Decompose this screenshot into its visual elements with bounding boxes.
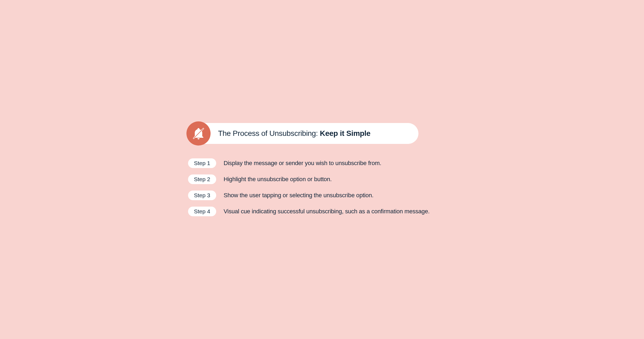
step-text: Highlight the unsubscribe option or butt… bbox=[224, 176, 332, 183]
step-badge: Step 2 bbox=[188, 174, 216, 184]
infographic-container: The Process of Unsubscribing: Keep it Si… bbox=[161, 102, 483, 238]
step-text: Display the message or sender you wish t… bbox=[224, 160, 381, 167]
step-badge: Step 1 bbox=[188, 158, 216, 168]
step-row: Step 1 Display the message or sender you… bbox=[188, 158, 456, 168]
title-prefix: The Process of Unsubscribing: bbox=[218, 129, 320, 137]
step-badge: Step 3 bbox=[188, 191, 216, 200]
step-text: Show the user tapping or selecting the u… bbox=[224, 192, 374, 199]
header-title: The Process of Unsubscribing: Keep it Si… bbox=[218, 129, 370, 138]
icon-circle bbox=[186, 121, 211, 146]
bell-slash-icon bbox=[192, 127, 205, 140]
step-text: Visual cue indicating successful unsubsc… bbox=[224, 208, 430, 215]
step-badge: Step 4 bbox=[188, 207, 216, 216]
steps-list: Step 1 Display the message or sender you… bbox=[188, 158, 456, 216]
step-row: Step 2 Highlight the unsubscribe option … bbox=[188, 174, 456, 184]
step-row: Step 4 Visual cue indicating successful … bbox=[188, 207, 456, 216]
step-row: Step 3 Show the user tapping or selectin… bbox=[188, 191, 456, 200]
header-pill: The Process of Unsubscribing: Keep it Si… bbox=[188, 123, 418, 144]
title-bold: Keep it Simple bbox=[320, 129, 370, 137]
